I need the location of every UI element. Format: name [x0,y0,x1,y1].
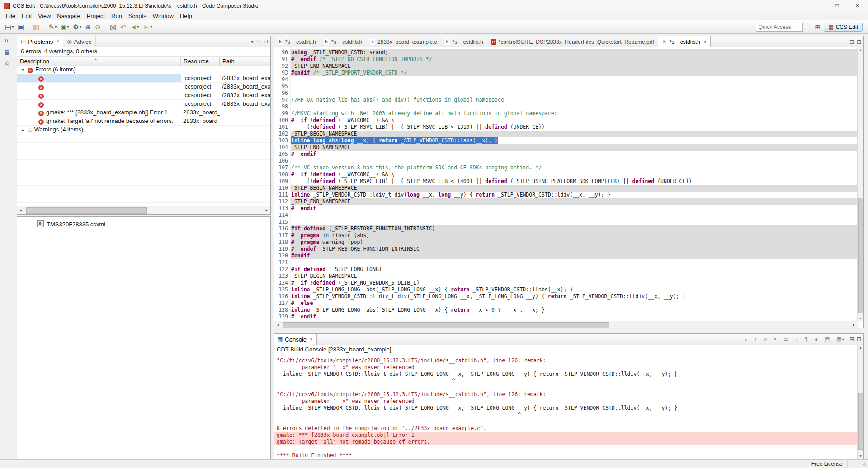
editor-tab-6[interactable]: h*s__cstdlib.h× [658,36,711,47]
editor-tab-3[interactable]: c2833x_board_example.c [366,36,441,47]
code-line-125[interactable]: 125inline _STLP_LONG_LONG abs(_STLP_LONG… [274,286,858,293]
dropdown-arrow-icon[interactable]: ▾ [12,25,14,29]
problems-hscrollbar[interactable] [17,206,270,214]
scroll-left-icon[interactable] [274,321,282,328]
code-line-124[interactable]: 124# if !defined (_STLP_NO_VENDOR_STDLIB… [274,280,858,286]
code-line-117[interactable]: 117# pragma intrinsic (abs) [274,232,858,239]
column-description[interactable]: Description [17,57,181,66]
display-selected-console-icon[interactable]: ▤ [823,335,831,343]
terminate-icon[interactable]: ■ [762,335,768,343]
minimize-view-icon[interactable] [256,38,261,45]
scroll-to-bottom-icon[interactable]: ↓ [743,335,749,343]
code-line-90[interactable]: 90using _STLP_VENDOR_CSTD::srand; [274,49,858,56]
collapse-arrow-icon[interactable]: ▾ [22,66,28,74]
clear-console-icon[interactable]: ▭ [782,335,790,343]
menu-file[interactable]: File [3,12,19,20]
advice-bulb-icon[interactable]: ◎ [3,59,11,67]
last-edit-location-icon[interactable]: ↶ [119,22,127,32]
scroll-right-icon[interactable] [263,206,270,214]
menu-edit[interactable]: Edit [19,12,35,20]
code-line-120[interactable]: 120#endif [274,253,858,259]
tab-console[interactable]: Console [274,334,317,345]
scroll-right-icon[interactable] [850,321,858,328]
scroll-left-icon[interactable] [17,206,25,214]
problems-row[interactable]: ×.ccsproject/2833x_board_exam... [17,100,270,108]
code-line-128[interactable]: 128inline _STLP_LONG_LONG abs(_STLP_LONG… [274,307,858,314]
tab-advice[interactable]: Advice [63,36,96,47]
scroll-lock-icon[interactable]: ↕ [794,335,799,343]
dropdown-arrow-icon[interactable]: ▾ [80,25,81,29]
build-icon[interactable]: ⚙▾ [71,22,82,32]
scroll-up-icon[interactable] [858,47,863,53]
dropdown-arrow-icon[interactable]: ▾ [55,25,57,29]
menu-scripts[interactable]: Scripts [125,12,150,20]
problems-empty-row[interactable] [17,177,270,186]
minimize-view-icon[interactable] [849,336,854,342]
editor-tab-1[interactable]: h*s__cstdlib.h [274,36,320,47]
editor-hscrollbar[interactable] [274,321,858,328]
editor-tab-2[interactable]: h*s__cstdlib.h [320,36,366,47]
code-line-99[interactable]: 99//MSVC starting with .Net 2003 already… [274,110,858,117]
problems-empty-row[interactable] [17,186,270,194]
code-line-113[interactable]: 113# endif [274,205,858,212]
code-line-115[interactable]: 115 [274,219,858,225]
code-line-102[interactable]: 102_STLP_BEGIN_NAMESPACE [274,131,858,137]
problems-row[interactable]: ×gmake: Target 'all' not remade because … [17,117,270,126]
code-line-126[interactable]: 126inline _STLP_VENDOR_CSTD::lldiv_t div… [274,293,858,300]
save-icon[interactable]: ▣ [16,22,25,32]
code-line-127[interactable]: 127# else [274,300,858,307]
dropdown-arrow-icon[interactable]: ▾ [842,337,844,342]
menu-help[interactable]: Help [177,12,195,20]
minimize-window-button[interactable] [807,0,827,11]
edit-icon[interactable]: ✎▾ [47,22,58,32]
scroll-down-icon[interactable] [858,316,863,321]
problems-group-warnings[interactable]: ▸⚠Warnings (4 items) [17,126,270,134]
code-line-106[interactable]: 106 [274,158,858,164]
minimize-editor-icon[interactable] [849,39,854,45]
problems-row[interactable]: ×.ccsproject/2833x_board_exam... [17,74,270,83]
code-line-109[interactable]: 109 (!defined (_STLP_MSVC_LIB) || (_STLP… [274,178,858,185]
open-perspective-icon[interactable]: ⊞ [815,23,821,31]
close-tab-icon[interactable]: × [703,39,707,45]
scrollbar-thumb[interactable] [283,322,609,328]
code-line-110[interactable]: 110_STLP_BEGIN_NAMESPACE [274,185,858,192]
close-window-button[interactable] [847,0,868,11]
console-vscrollbar[interactable] [857,345,863,459]
problems-group-errors[interactable]: ▾×Errors (6 items) [17,66,270,74]
resize-grip[interactable] [862,462,866,466]
problems-row[interactable]: ×.ccsproject/2833x_board_exam... [17,83,270,91]
code-line-122[interactable]: 122#if defined (_STLP_LONG_LONG) [274,266,858,273]
perspective-ccs-edit-button[interactable]: ▦ CCS Edit [824,23,863,32]
code-line-100[interactable]: 100# if !defined (__WATCOMC__) && \ [274,117,858,124]
problems-row[interactable]: ×gmake: *** [2833x_board_example.obj] Er… [17,108,270,117]
problems-empty-row[interactable] [17,168,270,177]
menu-navigate[interactable]: Navigate [54,12,83,20]
column-resource[interactable]: Resource [181,57,220,66]
maximize-view-icon[interactable] [857,336,861,342]
code-line-111[interactable]: 111inline _STLP_VENDOR_CSTD::ldiv_t div(… [274,192,858,198]
code-line-123[interactable]: 123_STLP_BEGIN_NAMESPACE [274,273,858,280]
code-line-92[interactable]: 92_STLP_END_NAMESPACE [274,63,858,70]
dropdown-arrow-icon[interactable]: ▾ [150,25,152,29]
maximize-view-icon[interactable] [264,38,268,45]
debug-icon[interactable]: ◉▾ [59,22,70,32]
pin-console-icon[interactable]: ● [813,335,819,343]
back-icon[interactable]: ◄▾ [129,22,141,32]
code-line-95[interactable]: 95 [274,83,858,90]
menu-project[interactable]: Project [84,12,108,20]
code-line-118[interactable]: 118# pragma warning (pop) [274,239,858,246]
code-line-129[interactable]: 129# endif [274,314,858,320]
scrollbar-thumb[interactable] [858,198,863,313]
search-icon[interactable]: ⊙ [94,22,102,32]
code-line-112[interactable]: 112_STLP_END_NAMESPACE [274,198,858,205]
open-element-icon[interactable]: ▧ [108,22,118,32]
maximize-editor-icon[interactable] [857,39,861,45]
restore-views-icon[interactable]: ⊞ [3,37,11,45]
code-line-105[interactable]: 105# endif [274,151,858,158]
new-file-icon[interactable]: ▤▾ [4,22,15,32]
forward-icon[interactable]: ►▾ [142,22,154,32]
code-line-103[interactable]: 103inline long abs(long __x) { return _S… [274,137,858,144]
open-console-icon[interactable]: ▦▾ [835,335,845,343]
print-icon[interactable]: ▥ [32,22,41,32]
problems-empty-row[interactable] [17,194,270,203]
